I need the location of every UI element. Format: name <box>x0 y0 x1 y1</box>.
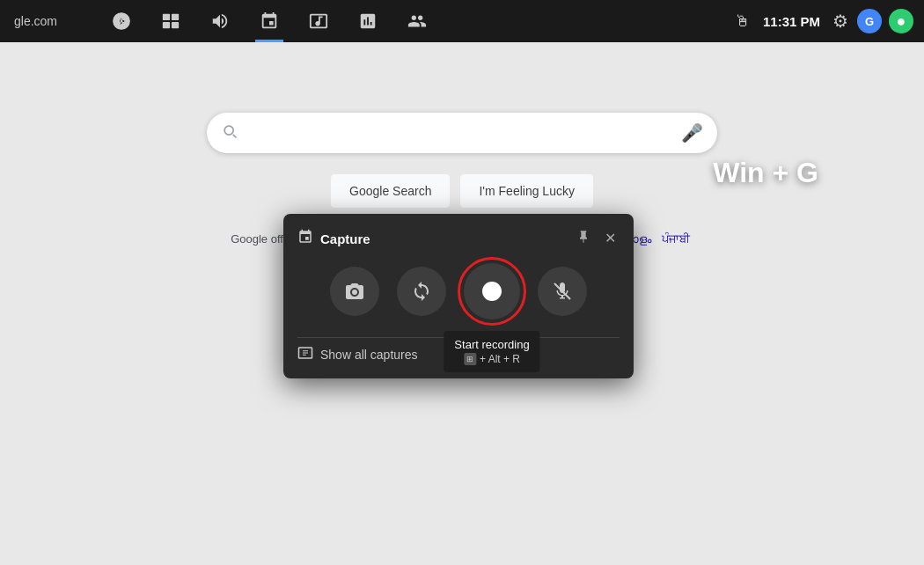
google-search-button[interactable]: Google Search <box>331 174 450 208</box>
google-search-bar[interactable]: 🎤 <box>207 113 717 153</box>
capture-monitor-icon <box>297 229 313 248</box>
xbox-icon-btn[interactable]: X <box>97 0 146 42</box>
multitasking-icon-btn[interactable] <box>146 0 195 42</box>
svg-rect-3 <box>172 14 179 20</box>
record-button[interactable] <box>464 263 520 319</box>
pin-icon[interactable] <box>573 228 594 249</box>
capture-title-row: Capture <box>297 229 370 248</box>
performance-icon-btn[interactable] <box>294 0 343 42</box>
capture-header-icons: ✕ <box>573 228 620 249</box>
mouse-icon: 🖱 <box>735 12 751 31</box>
settings-icon[interactable]: ⚙ <box>832 11 848 32</box>
stats-icon-btn[interactable] <box>343 0 392 42</box>
mic-icon[interactable]: 🎤 <box>681 122 703 143</box>
taskbar-avatar-g[interactable]: G <box>857 9 882 33</box>
audio-only-button[interactable] <box>538 267 587 316</box>
show-captures-label: Show all captures <box>320 348 418 362</box>
gif-button[interactable] <box>397 267 446 316</box>
show-captures-icon <box>297 345 313 364</box>
google-page: Win + G 🎤 Google Search I'm Feeling Luck… <box>0 42 924 565</box>
show-captures-button[interactable]: Show all captures <box>297 337 620 364</box>
taskbar-right: 🖱 11:31 PM ⚙ G ● <box>722 0 924 42</box>
google-buttons: Google Search I'm Feeling Lucky <box>331 174 593 208</box>
svg-rect-5 <box>172 22 179 28</box>
lang-punjabi[interactable]: ਪੰਜਾਬੀ <box>662 232 690 246</box>
svg-rect-2 <box>163 14 170 20</box>
record-dot <box>482 282 502 301</box>
search-icon <box>221 122 238 144</box>
capture-panel: Capture ✕ <box>283 214 634 378</box>
svg-text:X: X <box>119 17 125 26</box>
record-button-container: Start recording ⊞ + Alt + R <box>464 263 520 319</box>
taskbar-url: gle.com <box>0 0 97 42</box>
svg-point-6 <box>352 290 357 295</box>
volume-icon-btn[interactable] <box>195 0 245 42</box>
svg-rect-4 <box>163 22 170 28</box>
screenshot-button[interactable] <box>330 267 379 316</box>
taskbar-time: 11:31 PM <box>756 14 827 29</box>
taskbar-icons-group: X <box>97 0 722 42</box>
close-icon[interactable]: ✕ <box>601 228 620 249</box>
taskbar: gle.com X <box>0 0 924 42</box>
capture-title: Capture <box>320 231 370 246</box>
taskbar-avatar-dot[interactable]: ● <box>889 9 913 33</box>
feeling-lucky-button[interactable]: I'm Feeling Lucky <box>460 174 593 208</box>
capture-icon-btn[interactable] <box>245 0 294 42</box>
social-icon-btn[interactable] <box>392 0 442 42</box>
url-text: gle.com <box>14 14 57 28</box>
capture-buttons-row: Start recording ⊞ + Alt + R <box>297 263 620 319</box>
capture-header: Capture ✕ <box>297 228 620 249</box>
